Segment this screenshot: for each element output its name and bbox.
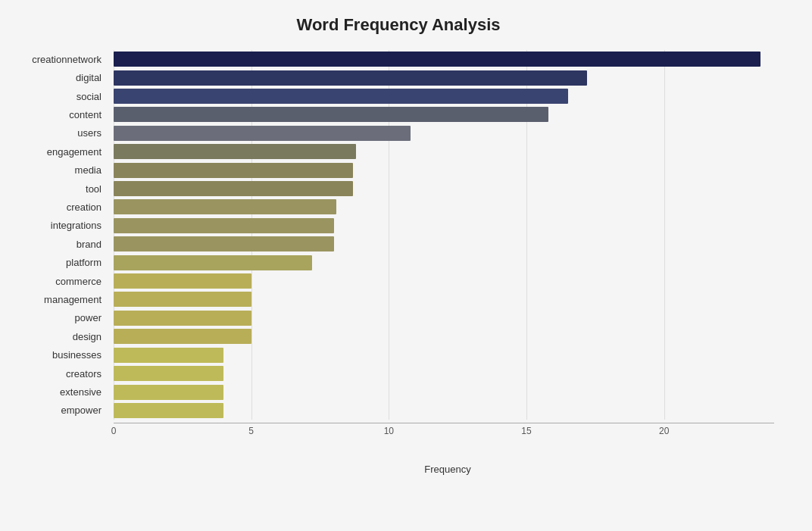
bar-label: extensive (9, 386, 108, 398)
bar-label: digital (9, 72, 108, 83)
bar-label: empower (9, 404, 108, 416)
bar-track (114, 329, 774, 344)
bar-row: design (114, 327, 774, 345)
bar-label: design (9, 331, 108, 342)
bar-track (114, 236, 774, 251)
x-axis-label: Frequency (114, 464, 782, 475)
bar-fill (114, 144, 356, 159)
bar-track (114, 89, 774, 104)
bar-label: social (9, 91, 108, 102)
bar-fill (114, 273, 251, 289)
bar-row: tool (114, 180, 774, 198)
bar-fill (114, 255, 312, 270)
bar-label: platform (9, 257, 108, 268)
x-tick: 0 (111, 426, 117, 436)
bar-track (114, 218, 774, 233)
bar-track (114, 199, 774, 214)
bar-row: engagement (114, 142, 774, 161)
bar-row: social (114, 87, 774, 105)
x-tick: 10 (384, 426, 394, 436)
bar-label: brand (9, 239, 108, 250)
bar-track (114, 273, 774, 289)
x-axis-line (114, 423, 774, 423)
bar-fill (114, 348, 223, 363)
bar-fill (114, 89, 568, 104)
bar-row: integrations (114, 217, 774, 235)
bar-label: tool (9, 183, 108, 195)
bar-label: users (9, 127, 108, 139)
bar-fill (114, 385, 223, 400)
chart-area: creationnetworkdigitalsocialcontentusers… (15, 50, 782, 475)
bar-label: engagement (9, 146, 108, 158)
bar-fill (114, 163, 353, 178)
bar-row: platform (114, 253, 774, 271)
bar-row: management (114, 290, 774, 308)
bar-fill (114, 366, 223, 381)
bar-row: brand (114, 235, 774, 253)
bar-row: extensive (114, 383, 774, 401)
bar-label: management (9, 294, 108, 305)
bar-fill (114, 52, 760, 67)
bar-fill (114, 199, 336, 214)
bar-row: digital (114, 68, 774, 86)
bar-track (114, 366, 774, 381)
bar-track (114, 292, 774, 307)
bar-track (114, 255, 774, 270)
bar-fill (114, 236, 334, 251)
bar-label: businesses (9, 349, 108, 361)
bar-track (114, 107, 774, 122)
bar-row: users (114, 124, 774, 142)
bar-fill (114, 292, 251, 307)
bar-track (114, 348, 774, 363)
bar-track (114, 70, 774, 86)
x-tick: 15 (521, 426, 531, 436)
bar-fill (114, 218, 334, 233)
bar-track (114, 385, 774, 400)
bar-label: commerce (9, 276, 108, 287)
bar-row: empower (114, 401, 774, 420)
bar-fill (114, 126, 411, 141)
x-tick: 5 (248, 426, 254, 436)
bar-fill (114, 329, 251, 344)
bar-label: power (9, 312, 108, 323)
x-tick: 20 (659, 426, 669, 436)
bar-row: businesses (114, 346, 774, 364)
bar-label: creationnetwork (9, 54, 108, 65)
bar-row: commerce (114, 272, 774, 290)
bar-label: integrations (9, 220, 108, 231)
bar-label: creation (9, 201, 108, 213)
bar-label: content (9, 109, 108, 120)
bar-fill (114, 311, 251, 326)
bar-fill (114, 403, 223, 418)
bar-track (114, 144, 774, 159)
bar-row: power (114, 309, 774, 327)
bar-track (114, 163, 774, 178)
chart-title: Word Frequency Analysis (15, 15, 782, 35)
bar-row: creationnetwork (114, 50, 774, 68)
bar-fill (114, 181, 353, 196)
bar-track (114, 311, 774, 326)
bar-fill (114, 107, 548, 122)
bar-label: creators (9, 368, 108, 380)
bar-row: creation (114, 198, 774, 216)
bar-fill (114, 70, 587, 86)
bar-track (114, 181, 774, 196)
bar-row: media (114, 161, 774, 179)
bar-track (114, 403, 774, 418)
chart-container: Word Frequency Analysis creationnetworkd… (0, 0, 812, 531)
bar-track (114, 52, 774, 67)
bar-label: media (9, 164, 108, 176)
bar-row: content (114, 105, 774, 123)
bar-row: creators (114, 364, 774, 383)
bar-track (114, 126, 774, 141)
